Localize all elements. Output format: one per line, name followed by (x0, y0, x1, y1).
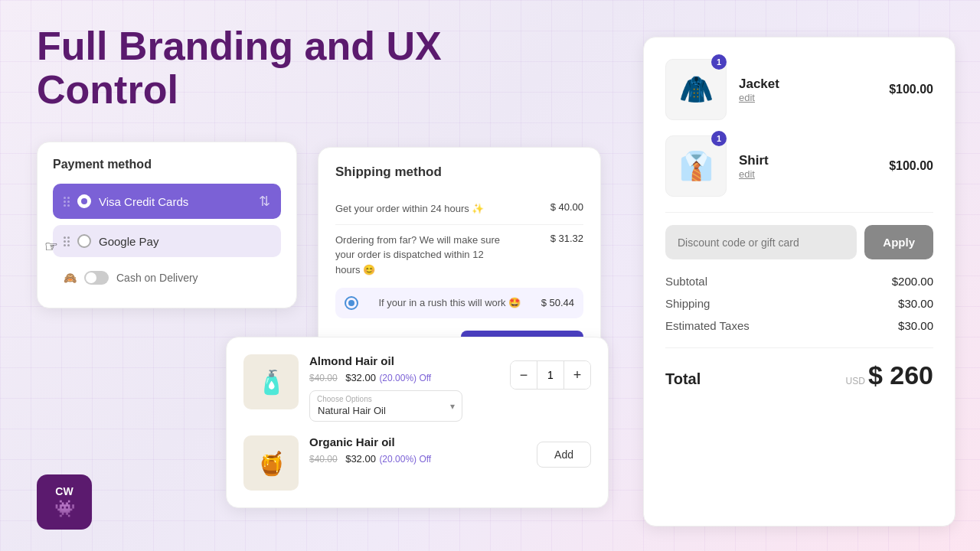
product-2-pricing: $40.00 $32.00 (20.00%) Off (309, 452, 526, 465)
shipping-option-1-text: Get your order within 24 hours ✨ (335, 201, 484, 217)
shipping-row: Shipping $30.00 (665, 297, 933, 310)
shipping-value: $30.00 (898, 297, 933, 310)
total-currency: USD (846, 376, 865, 386)
swap-icon: ⇅ (259, 193, 270, 210)
shirt-badge: 1 (711, 131, 727, 146)
jacket-badge: 1 (711, 54, 727, 70)
jacket-edit-link[interactable]: edit (739, 92, 877, 103)
jacket-name: Jacket (739, 77, 877, 92)
divider-1 (665, 212, 933, 213)
product-1-original-price: $40.00 (309, 373, 338, 383)
order-item-jacket: 🧥 1 Jacket edit $100.00 (665, 59, 933, 120)
shipping-option-1[interactable]: Get your order within 24 hours ✨ $ 40.00 (335, 194, 583, 224)
logo-letters: CW (55, 485, 73, 497)
shipping-option-2-price: $ 31.32 (550, 233, 583, 244)
product-2-info: Organic Hair oil $40.00 $32.00 (20.00%) … (309, 435, 526, 465)
shipping-option-3-text: If your in a rush this will work 🤩 (378, 295, 521, 311)
product-2-original-price: $40.00 (309, 454, 338, 465)
jacket-price: $100.00 (889, 83, 933, 96)
qty-decrease-button-1[interactable]: − (511, 361, 537, 389)
product-2-name: Organic Hair oil (309, 435, 526, 448)
order-item-shirt: 👔 1 Shirt edit $100.00 (665, 135, 933, 197)
jacket-info: Jacket edit (739, 77, 877, 103)
cash-toggle[interactable] (84, 271, 109, 285)
taxes-value: $30.00 (898, 319, 933, 332)
product-item-2: 🍯 Organic Hair oil $40.00 $32.00 (20.00%… (243, 435, 591, 491)
qty-value-1: 1 (537, 361, 564, 389)
product-1-option-label: Choose Options (317, 395, 372, 403)
payment-option-googlepay[interactable]: Google Pay (53, 225, 281, 257)
shipping-option-1-price: $ 40.00 (550, 201, 583, 213)
shirt-info: Shirt edit (739, 153, 877, 180)
shirt-price: $100.00 (889, 159, 933, 173)
logo-icon: 👾 (54, 499, 75, 519)
total-value: $ 260 (868, 360, 933, 390)
shipping-title: Shipping method (335, 165, 583, 180)
discount-input[interactable] (665, 225, 857, 259)
discount-row: Apply (665, 225, 933, 259)
radio-googlepay (77, 234, 91, 248)
total-row: Total USD $ 260 (665, 347, 933, 390)
payment-method-card: Payment method Visa Credit Cards ⇅ Googl… (37, 142, 297, 308)
chevron-down-icon: ▾ (450, 401, 455, 412)
cash-option[interactable]: 🙈 Cash on Delivery (53, 263, 281, 292)
subtotal-value: $200.00 (892, 275, 933, 288)
qty-controls-1: − 1 + (510, 360, 591, 390)
googlepay-label: Google Pay (99, 235, 158, 248)
taxes-label: Estimated Taxes (665, 319, 750, 332)
order-summary-card: 🧥 1 Jacket edit $100.00 👔 1 Shirt edit $… (643, 37, 956, 527)
cursor-pointer: ☞ (44, 237, 58, 256)
payment-title: Payment method (53, 158, 281, 171)
product-1-pricing: $40.00 $32.00 (20.00%) Off (309, 370, 499, 384)
shipping-option-3[interactable]: If your in a rush this will work 🤩 $ 50.… (335, 288, 583, 318)
product-1-info: Almond Hair oil $40.00 $32.00 (20.00%) O… (309, 354, 499, 422)
add-product-2-button[interactable]: Add (537, 442, 591, 468)
shipping-label: Shipping (665, 297, 710, 310)
radio-visa (77, 194, 91, 208)
brand-logo: CW 👾 (37, 474, 92, 530)
product-2-discount: (20.00%) Off (379, 454, 431, 465)
product-card: 🧴 Almond Hair oil $40.00 $32.00 (20.00%)… (226, 337, 609, 508)
taxes-row: Estimated Taxes $30.00 (665, 319, 933, 332)
page-heading: Full Branding and UX Control (37, 24, 442, 112)
total-label: Total (665, 370, 701, 388)
payment-option-visa[interactable]: Visa Credit Cards ⇅ (53, 184, 281, 219)
subtotal-row: Subtotal $200.00 (665, 275, 933, 288)
product-1-name: Almond Hair oil (309, 354, 499, 367)
shipping-option-3-price: $ 50.44 (541, 297, 574, 308)
drag-handle-googlepay (64, 236, 70, 246)
shirt-name: Shirt (739, 153, 877, 168)
radio-shipping-3 (345, 296, 358, 310)
drag-handle-visa (64, 197, 70, 207)
visa-label: Visa Credit Cards (99, 195, 188, 208)
product-2-image: 🍯 (243, 435, 299, 491)
product-1-sale-price: $32.00 (345, 372, 376, 383)
qty-increase-button-1[interactable]: + (564, 361, 590, 389)
shipping-option-2[interactable]: Ordering from far? We will make sure you… (335, 224, 583, 285)
shirt-edit-link[interactable]: edit (739, 168, 877, 180)
product-1-controls: − 1 + (510, 354, 591, 390)
shipping-option-2-text: Ordering from far? We will make sure you… (335, 233, 504, 278)
total-value-wrap: USD $ 260 (846, 360, 933, 390)
product-1-discount: (20.00%) Off (379, 373, 431, 383)
subtotal-label: Subtotal (665, 275, 707, 288)
product-1-image: 🧴 (243, 354, 299, 409)
apply-discount-button[interactable]: Apply (864, 225, 933, 259)
eye-slash-icon: 🙈 (64, 272, 77, 284)
cash-label: Cash on Delivery (116, 272, 198, 284)
product-2-controls: Add (537, 435, 591, 468)
product-1-select-wrapper: Choose Options Natural Hair Oil ▾ (309, 390, 462, 422)
product-2-sale-price: $32.00 (345, 453, 376, 465)
product-item-1: 🧴 Almond Hair oil $40.00 $32.00 (20.00%)… (243, 354, 591, 422)
